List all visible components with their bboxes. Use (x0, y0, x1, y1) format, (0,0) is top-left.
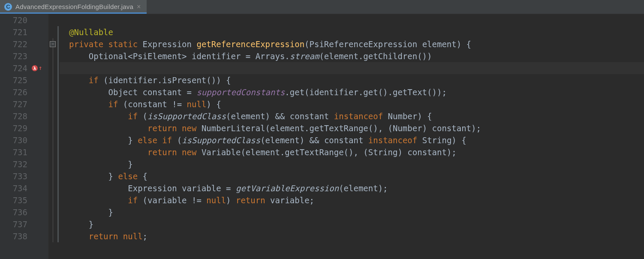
fold-cell[interactable]: − (48, 38, 57, 50)
fold-cell[interactable] (48, 26, 57, 38)
code-text (69, 220, 89, 229)
code-line[interactable]: Object constant = supportedConstants.get… (60, 86, 644, 98)
gutter-row[interactable]: 723 (0, 50, 48, 62)
gutter-row[interactable]: 720 (0, 14, 48, 26)
gutter-row[interactable]: 727 (0, 98, 48, 110)
code-line[interactable] (60, 14, 644, 26)
gutter-row[interactable]: 729 (0, 122, 48, 134)
fold-cell[interactable] (48, 218, 57, 230)
fold-cell[interactable] (48, 170, 57, 182)
keyword: else if (138, 136, 177, 145)
keyword: return (236, 196, 270, 205)
gutter-row[interactable]: 732 (0, 158, 48, 170)
code-line[interactable]: if (variable != null) return variable; (60, 194, 644, 206)
fold-cell[interactable] (48, 74, 57, 86)
fold-cell[interactable] (48, 134, 57, 146)
code-line[interactable]: } (60, 206, 644, 218)
keyword: if (128, 196, 142, 205)
code-line[interactable]: Expression variable = getVariableExpress… (60, 182, 644, 194)
fold-guide-line (53, 50, 53, 62)
code-text: (identifier.isPresent()) { (103, 75, 231, 85)
code-line[interactable]: } else { (60, 170, 644, 182)
gutter-row[interactable]: 725 (0, 74, 48, 86)
code-line[interactable]: return new NumberLiteral(element.getText… (60, 122, 644, 134)
code-line[interactable]: return null; (60, 230, 644, 242)
type: Expression (143, 39, 197, 49)
line-number: 721 (0, 26, 30, 38)
fold-cell[interactable] (48, 14, 57, 26)
code-text: (constant != (123, 99, 187, 109)
gutter-row[interactable]: 724λ↑ (0, 62, 48, 74)
code-line[interactable]: if (constant != null) { (60, 98, 644, 110)
code-line[interactable]: } (60, 218, 644, 230)
arrow-up-icon: ↑ (39, 65, 42, 71)
code-text: } (128, 160, 132, 169)
gutter-row[interactable]: 722 (0, 38, 48, 50)
fold-cell[interactable] (48, 98, 57, 110)
gutter-row[interactable]: 734 (0, 182, 48, 194)
code-line[interactable]: } (60, 158, 644, 170)
code-text (69, 196, 128, 205)
close-tab-icon[interactable]: × (137, 1, 141, 13)
code-text: } (89, 220, 93, 229)
fold-cell[interactable] (48, 146, 57, 158)
gutter-row[interactable]: 736 (0, 206, 48, 218)
code-text: ) { (206, 99, 221, 109)
line-number: 727 (0, 98, 30, 110)
gutter-row[interactable]: 733 (0, 170, 48, 182)
code-line[interactable]: return new Variable(element.getTextRange… (60, 146, 644, 158)
editor-tab[interactable]: C AdvancedExpressionFoldingBuilder.java … (0, 0, 147, 14)
code-line[interactable]: if (identifier.isPresent()) { (60, 74, 644, 86)
fold-guide-line (53, 134, 53, 146)
fold-cell[interactable] (48, 62, 57, 74)
fold-toggle-icon[interactable]: − (50, 41, 56, 47)
keyword: private (69, 39, 108, 49)
gutter-row[interactable]: 721 (0, 26, 48, 38)
gutter-row[interactable]: 726 (0, 86, 48, 98)
lambda-gutter-icon[interactable]: λ (32, 65, 38, 71)
gutter-row[interactable]: 737 (0, 218, 48, 230)
fold-cell[interactable] (48, 122, 57, 134)
code-text (69, 232, 89, 241)
java-class-file-icon: C (4, 3, 12, 11)
code-editor[interactable]: 720721722723724λ↑72572672772872973073173… (0, 14, 644, 259)
fold-cell[interactable] (48, 182, 57, 194)
code-text: .get(identifier.get().getText()); (285, 87, 447, 97)
line-number: 720 (0, 14, 30, 26)
line-number: 723 (0, 50, 30, 62)
code-line[interactable]: if (isSupportedClass(element) && constan… (60, 110, 644, 122)
gutter-row[interactable]: 731 (0, 146, 48, 158)
editor-tab-bar: C AdvancedExpressionFoldingBuilder.java … (0, 0, 644, 14)
fold-cell[interactable] (48, 50, 57, 62)
fold-guide-line (53, 122, 53, 134)
current-line-highlight (60, 62, 644, 74)
code-area[interactable]: @Nullable private static Expression getR… (60, 14, 644, 259)
fold-margin[interactable]: − (48, 14, 57, 259)
code-text: Expression variable = (69, 184, 236, 193)
gutter-row[interactable]: 730 (0, 134, 48, 146)
static-call: getVariableExpression (236, 184, 339, 193)
code-line[interactable]: Optional<PsiElement> identifier = Arrays… (60, 50, 644, 62)
line-number: 725 (0, 74, 30, 86)
fold-cell[interactable] (48, 194, 57, 206)
code-text: } (128, 136, 138, 145)
fold-cell[interactable] (48, 86, 57, 98)
gutter[interactable]: 720721722723724λ↑72572672772872973073173… (0, 14, 48, 259)
fold-guide-line (53, 62, 53, 74)
code-line[interactable]: @Nullable (60, 26, 644, 38)
fold-cell[interactable] (48, 158, 57, 170)
gutter-row[interactable]: 738 (0, 230, 48, 242)
code-line[interactable]: } else if (isSupportedClass(element) && … (60, 134, 644, 146)
fold-guide-line (53, 194, 53, 206)
fold-cell[interactable] (48, 206, 57, 218)
keyword: static (108, 39, 143, 49)
line-number: 732 (0, 158, 30, 170)
gutter-row[interactable]: 728 (0, 110, 48, 122)
fold-cell[interactable] (48, 110, 57, 122)
line-number: 738 (0, 230, 30, 242)
code-text: (element) && constant (226, 111, 334, 121)
code-line[interactable]: private static Expression getReferenceEx… (60, 38, 644, 50)
fold-cell[interactable] (48, 230, 57, 242)
code-text: Variable(element.getTextRange(), (String… (202, 148, 457, 157)
gutter-row[interactable]: 735 (0, 194, 48, 206)
